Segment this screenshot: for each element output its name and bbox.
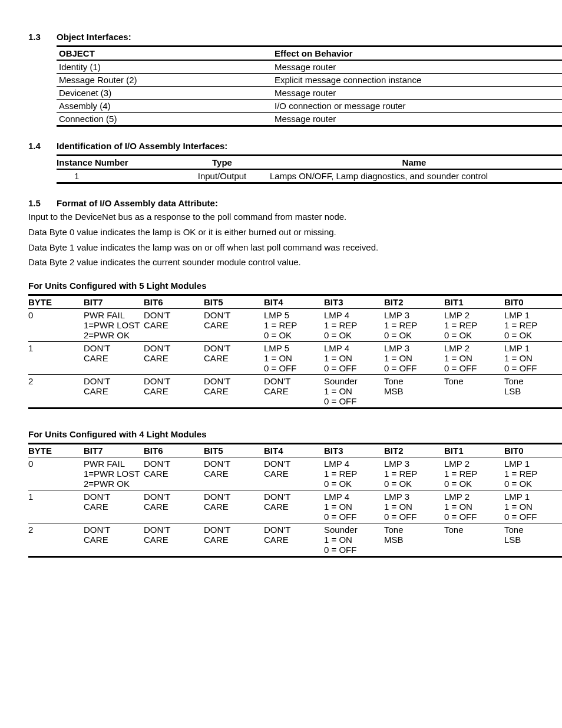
table-row: 1DON'T CAREDON'T CAREDON'T CARELMP 5 1 =… [28, 342, 562, 375]
bit-table-5-modules: BYTE BIT7 BIT6 BIT5 BIT4 BIT3 BIT2 BIT1 … [28, 294, 562, 409]
section-title: Object Interfaces: [57, 32, 131, 42]
section-number: 1.5 [28, 198, 57, 208]
table-row: 0PWR FAIL 1=PWR LOST 2=PWR OKDON'T CARED… [28, 309, 562, 342]
io-assembly-interfaces-table: Instance Number Type Name 1 Input/Output… [57, 154, 562, 184]
table-row: 1DON'T CAREDON'T CAREDON'T CAREDON'T CAR… [28, 490, 562, 523]
section-1-5-intro: Input to the DeviceNet bus as a response… [28, 210, 534, 223]
col-object: OBJECT [57, 47, 275, 61]
col-type: Type [178, 156, 270, 170]
table-row: 2DON'T CAREDON'T CAREDON'T CAREDON'T CAR… [28, 523, 562, 557]
section-number: 1.4 [28, 141, 57, 151]
data-byte-1-desc: Data Byte 1 value indicates the lamp was… [28, 241, 534, 254]
subheading-4-modules: For Units Configured with 4 Light Module… [28, 429, 534, 439]
table-row: Assembly (4)I/O connection or message ro… [57, 100, 562, 113]
object-interfaces-table: OBJECT Effect on Behavior Identity (1)Me… [57, 45, 562, 127]
data-byte-2-desc: Data Byte 2 value indicates the current … [28, 256, 534, 269]
section-1-4-heading: 1.4 Identification of I/O Assembly Inter… [28, 141, 534, 151]
table-row: Connection (5)Message router [57, 113, 562, 126]
col-name: Name [270, 156, 562, 170]
table-row: 2DON'T CAREDON'T CAREDON'T CAREDON'T CAR… [28, 375, 562, 409]
table-row: Message Router (2)Explicit message conne… [57, 74, 562, 87]
section-1-3-heading: 1.3 Object Interfaces: [28, 32, 534, 42]
subheading-5-modules: For Units Configured with 5 Light Module… [28, 281, 534, 291]
table-row: 1 Input/Output Lamps ON/OFF, Lamp diagno… [57, 169, 562, 183]
table-row: 0PWR FAIL 1=PWR LOST 2=PWR OKDON'T CARED… [28, 457, 562, 490]
col-effect: Effect on Behavior [275, 47, 562, 61]
col-instance: Instance Number [57, 156, 178, 170]
section-title: Identification of I/O Assembly Interface… [57, 141, 227, 151]
data-byte-0-desc: Data Byte 0 value indicates the lamp is … [28, 226, 534, 239]
section-number: 1.3 [28, 32, 57, 42]
bit-table-4-modules: BYTE BIT7 BIT6 BIT5 BIT4 BIT3 BIT2 BIT1 … [28, 443, 562, 558]
table-row: Identity (1)Message router [57, 60, 562, 74]
table-row: Devicenet (3)Message router [57, 87, 562, 100]
section-title: Format of I/O Assembly data Attribute: [57, 198, 218, 208]
section-1-5-heading: 1.5 Format of I/O Assembly data Attribut… [28, 198, 534, 208]
